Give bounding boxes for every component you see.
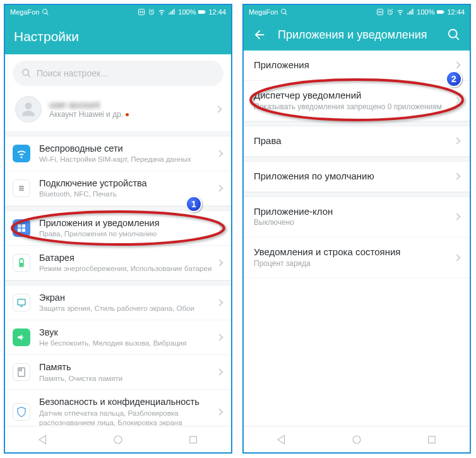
chevron-right-icon	[215, 105, 222, 112]
storage-icon	[13, 363, 30, 381]
svg-rect-7	[18, 299, 25, 305]
item-title: Звук	[39, 327, 213, 338]
chevron-right-icon	[453, 214, 460, 220]
item-subtitle: Показывать уведомления запрещено 0 прило…	[254, 102, 451, 112]
carrier-label: MegaFon	[249, 8, 278, 16]
item-title: Приложение-клон	[254, 206, 451, 218]
security-icon	[13, 403, 30, 421]
chevron-right-icon	[216, 260, 223, 267]
item-title: Память	[39, 361, 213, 373]
annotation-badge-2: 2	[446, 71, 462, 87]
battery-icon	[198, 8, 206, 16]
settings-item-storage[interactable]: ПамятьПамять, Очистка памяти	[5, 355, 231, 390]
item-subtitle: Права, Приложения по умолчанию	[39, 229, 213, 239]
item-title: Диспетчер уведомлений	[254, 90, 451, 102]
nav-recent-icon[interactable]	[426, 434, 437, 445]
search-icon[interactable]	[447, 28, 461, 42]
item-title: Приложения по умолчанию	[254, 171, 451, 183]
battery-pct: 100%	[417, 8, 434, 16]
settings-item-battery[interactable]: БатареяРежим энергосбережения, Использов…	[5, 246, 231, 280]
item-title: Приложения	[254, 59, 451, 71]
divider	[5, 280, 231, 286]
wifi-icon	[396, 8, 404, 16]
svg-rect-6	[20, 263, 23, 266]
signal-icon	[168, 8, 176, 16]
settings-item-apps[interactable]: Приложения и уведомленияПрава, Приложени…	[5, 211, 231, 246]
svg-rect-2	[198, 10, 205, 14]
svg-point-10	[114, 436, 122, 443]
battery-icon	[13, 254, 30, 272]
item-title: Экран	[39, 292, 213, 303]
svg-rect-15	[444, 11, 444, 13]
chevron-right-icon	[216, 334, 223, 341]
page-title: Приложения и уведомления	[266, 28, 447, 42]
clock: 12:44	[208, 8, 226, 16]
search-small-icon	[280, 8, 288, 16]
chevron-right-icon	[216, 408, 223, 415]
search-icon	[21, 68, 32, 78]
apps-item-perms[interactable]: Права	[244, 126, 470, 157]
nav-recent-icon[interactable]	[187, 434, 199, 445]
nav-home-icon[interactable]	[351, 434, 362, 445]
search-small-icon	[42, 8, 49, 16]
chevron-right-icon	[216, 150, 223, 157]
apps-item-clone[interactable]: Приложение-клонВыключено	[244, 197, 470, 238]
apps-notifications-screen: MegaFon 100% 12:44 Приложения и уведомле…	[242, 4, 471, 454]
settings-item-wireless[interactable]: Беспроводные сетиWi-Fi, Настройки SIM-ка…	[5, 136, 231, 171]
alarm-icon	[148, 8, 155, 16]
apps-item-statusrow[interactable]: Уведомления и строка состоянияПроцент за…	[244, 238, 470, 278]
wifi-icon	[158, 8, 165, 16]
avatar-icon	[15, 96, 42, 123]
sound-icon	[13, 328, 30, 346]
item-title: Уведомления и строка состояния	[254, 246, 451, 258]
item-subtitle: Wi-Fi, Настройки SIM-карт, Передача данн…	[39, 155, 213, 164]
alarm-icon	[386, 8, 394, 16]
search-placeholder: Поиск настроек...	[37, 68, 108, 78]
svg-rect-11	[190, 436, 197, 443]
apps-icon	[13, 219, 30, 237]
chevron-right-icon	[453, 138, 460, 145]
clock: 12:44	[447, 8, 465, 16]
annotation-badge-1: 1	[186, 196, 202, 212]
account-sub: Аккаунт Huawei и др.	[49, 110, 123, 119]
chevron-right-icon	[216, 369, 223, 376]
apps-item-default[interactable]: Приложения по умолчанию	[244, 162, 470, 192]
item-subtitle: Процент заряда	[254, 259, 451, 269]
nav-back-icon[interactable]	[276, 434, 287, 445]
item-subtitle: Датчик отпечатка пальца, Разблокировка р…	[39, 409, 213, 428]
back-icon[interactable]	[253, 28, 266, 42]
item-title: Права	[254, 135, 451, 147]
divider	[244, 121, 470, 126]
nav-back-icon[interactable]	[37, 434, 49, 445]
wireless-icon	[13, 145, 30, 162]
item-title: Безопасность и конфиденциальность	[39, 396, 213, 407]
item-subtitle: Выключено	[254, 218, 451, 228]
account-name: user account	[49, 100, 212, 110]
apps-item-apps[interactable]: Приложения	[244, 51, 470, 81]
item-subtitle: Не беспокоить, Мелодия вызова, Вибрация	[39, 339, 213, 348]
account-row[interactable]: user account Аккаунт Huawei и др.	[5, 90, 231, 131]
battery-icon	[437, 8, 444, 16]
item-subtitle: Память, Очистка памяти	[39, 374, 213, 383]
item-title: Подключение устройства	[39, 178, 213, 189]
item-title: Приложения и уведомления	[39, 217, 213, 229]
item-title: Батарея	[39, 252, 213, 263]
apps-item-notif[interactable]: Диспетчер уведомленийПоказывать уведомле…	[244, 81, 470, 121]
svg-point-17	[353, 436, 360, 443]
nav-bar	[5, 426, 231, 452]
svg-rect-3	[205, 11, 206, 13]
chevron-right-icon	[453, 173, 460, 180]
nfc-icon	[138, 8, 145, 16]
nav-bar	[244, 426, 470, 452]
page-header: Настройки	[5, 19, 231, 54]
status-bar: MegaFon 100% 12:44	[244, 5, 470, 19]
item-subtitle: Защита зрения, Стиль рабочего экрана, Об…	[39, 304, 213, 313]
settings-search[interactable]: Поиск настроек...	[13, 61, 223, 86]
status-bar: MegaFon 100% 12:44	[5, 5, 231, 19]
settings-item-sound[interactable]: ЗвукНе беспокоить, Мелодия вызова, Вибра…	[5, 320, 231, 355]
display-icon	[13, 294, 30, 311]
settings-item-display[interactable]: ЭкранЗащита зрения, Стиль рабочего экран…	[5, 286, 231, 320]
page-header: Приложения и уведомления	[244, 19, 470, 51]
nav-home-icon[interactable]	[112, 434, 124, 445]
battery-pct: 100%	[178, 8, 196, 16]
